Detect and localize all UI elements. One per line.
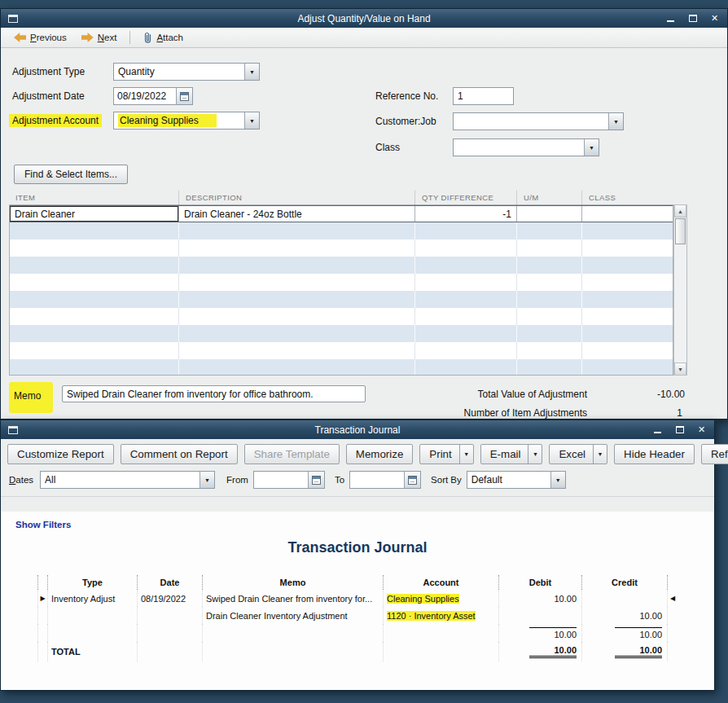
empty-item-row[interactable] (10, 274, 673, 291)
class-cell[interactable] (582, 206, 673, 222)
transaction-journal-window: Transaction Journal ✕ Customize Report C… (0, 420, 715, 691)
memorize-button[interactable]: Memorize (346, 444, 414, 464)
adjustment-type-dropdown[interactable]: Quantity ▼ (113, 63, 260, 81)
maximize-button[interactable] (673, 424, 686, 436)
from-date-value (254, 472, 308, 488)
close-button[interactable]: ✕ (708, 12, 721, 24)
journal-titlebar[interactable]: Transaction Journal ✕ (1, 420, 714, 439)
dropdown-arrow-icon[interactable]: ▼ (584, 139, 599, 156)
sort-by-dropdown[interactable]: Default ▼ (467, 471, 566, 489)
col-header-description: DESCRIPTION (178, 191, 414, 204)
dropdown-arrow-icon[interactable]: ▼ (550, 472, 565, 488)
class-label: Class (375, 142, 400, 153)
customize-report-button[interactable]: Customize Report (7, 444, 114, 464)
next-button[interactable]: Next (77, 31, 122, 44)
journal-row[interactable]: ▶ Inventory Adjust 08/19/2022 Swiped Dra… (37, 590, 678, 607)
customer-job-dropdown[interactable]: ▼ (453, 112, 624, 130)
total-credit-cell: 10.00 (582, 642, 668, 661)
qty-difference-cell[interactable]: -1 (415, 206, 517, 222)
adjustment-date-field[interactable]: 08/19/2022 (113, 87, 193, 105)
to-date-field[interactable] (349, 471, 421, 489)
toolbar-separator (129, 31, 130, 44)
hide-header-button[interactable]: Hide Header (614, 444, 695, 464)
calendar-button[interactable] (404, 472, 420, 488)
empty-item-row[interactable] (10, 257, 673, 274)
credit-cell (582, 590, 668, 607)
scrollbar-thumb[interactable] (675, 218, 686, 244)
dropdown-arrow-icon[interactable]: ▼ (200, 472, 214, 488)
calendar-icon (312, 476, 321, 485)
dates-dropdown[interactable]: All ▼ (40, 471, 215, 489)
journal-total-row: TOTAL 10.00 10.00 (37, 642, 678, 661)
calendar-button[interactable] (308, 472, 324, 488)
dropdown-arrow-icon[interactable]: ▼ (244, 112, 259, 129)
previous-arrow-icon (14, 33, 26, 42)
empty-item-row[interactable] (10, 359, 673, 376)
window-restore-icon[interactable] (8, 426, 18, 434)
um-cell[interactable] (517, 206, 582, 222)
sort-by-value: Default (467, 472, 550, 488)
maximize-button[interactable] (686, 12, 699, 24)
empty-item-row[interactable] (10, 325, 673, 342)
maximize-icon (689, 15, 697, 22)
journal-table: Type Date Memo Account Debit Credit ▶ In… (37, 575, 678, 661)
col-header-account: Account (384, 575, 499, 590)
to-label: To (335, 475, 344, 485)
empty-item-row[interactable] (10, 222, 673, 239)
reference-no-input[interactable]: 1 (453, 87, 514, 105)
show-filters-link[interactable]: Show Filters (15, 520, 71, 529)
print-button[interactable]: Print▼ (419, 444, 473, 464)
close-button[interactable]: ✕ (695, 424, 708, 436)
previous-button[interactable]: Previous (9, 31, 72, 44)
print-dropdown-arrow-icon[interactable]: ▼ (459, 445, 473, 464)
minimize-button[interactable] (664, 12, 677, 24)
memo-input[interactable]: Swiped Drain Cleaner from inventory for … (62, 385, 366, 402)
adjust-window-title: Adjust Quantity/Value on Hand (1, 13, 727, 24)
adjustment-account-dropdown[interactable]: Cleaning Supplies ▼ (113, 112, 260, 130)
adjust-quantity-window: Adjust Quantity/Value on Hand ✕ Previous… (0, 8, 728, 420)
find-select-items-button[interactable]: Find & Select Items... (14, 165, 128, 184)
from-date-field[interactable] (253, 471, 325, 489)
description-cell[interactable]: Drain Cleaner - 24oz Bottle (179, 206, 415, 222)
dropdown-arrow-icon[interactable]: ▼ (608, 113, 623, 130)
class-value (454, 139, 584, 156)
window-restore-icon[interactable] (8, 15, 18, 23)
col-header-memo: Memo (203, 575, 384, 590)
share-template-button: Share Template (244, 444, 340, 464)
journal-row[interactable]: Drain Cleaner Inventory Adjustment 1120 … (37, 607, 678, 624)
empty-item-row[interactable] (10, 308, 673, 325)
empty-item-row[interactable] (10, 291, 673, 308)
col-header-debit: Debit (499, 575, 582, 590)
excel-button[interactable]: Excel▼ (549, 444, 607, 464)
adjust-titlebar[interactable]: Adjust Quantity/Value on Hand ✕ (1, 9, 727, 28)
minimize-icon (654, 432, 661, 433)
calendar-icon (180, 92, 189, 101)
items-table-row[interactable]: Drain Cleaner Drain Cleaner - 24oz Bottl… (10, 205, 673, 222)
calendar-button[interactable] (176, 88, 192, 104)
col-header-class: CLASS (581, 191, 673, 204)
reference-no-value: 1 (458, 90, 463, 102)
refresh-button[interactable]: Refresh (701, 444, 728, 464)
empty-item-row[interactable] (10, 239, 673, 257)
highlighted-account: Cleaning Supplies (387, 594, 459, 604)
class-dropdown[interactable]: ▼ (453, 138, 599, 156)
adjustment-account-label: Adjustment Account (9, 114, 102, 127)
dropdown-arrow-icon[interactable]: ▼ (244, 64, 259, 80)
email-dropdown-arrow-icon[interactable]: ▼ (528, 445, 542, 464)
scrollbar-down-icon[interactable]: ▼ (674, 362, 686, 376)
row-selector-left-icon: ▶ (37, 590, 48, 607)
attach-label: Attach (156, 33, 183, 42)
minimize-button[interactable] (651, 424, 664, 436)
excel-dropdown-arrow-icon[interactable]: ▼ (593, 445, 607, 464)
item-cell[interactable]: Drain Cleaner (10, 206, 179, 222)
scrollbar-up-icon[interactable]: ▲ (674, 204, 686, 217)
adjustment-type-label: Adjustment Type (12, 66, 85, 77)
email-button[interactable]: E-mail▼ (480, 444, 543, 464)
empty-item-row[interactable] (10, 342, 673, 359)
to-date-value (350, 472, 404, 488)
comment-on-report-button[interactable]: Comment on Report (121, 444, 238, 464)
items-table-scrollbar[interactable]: ▲ ▼ (673, 204, 687, 376)
email-label: E-mail (490, 448, 521, 460)
attach-button[interactable]: Attach (138, 30, 188, 46)
calendar-icon (408, 476, 417, 485)
